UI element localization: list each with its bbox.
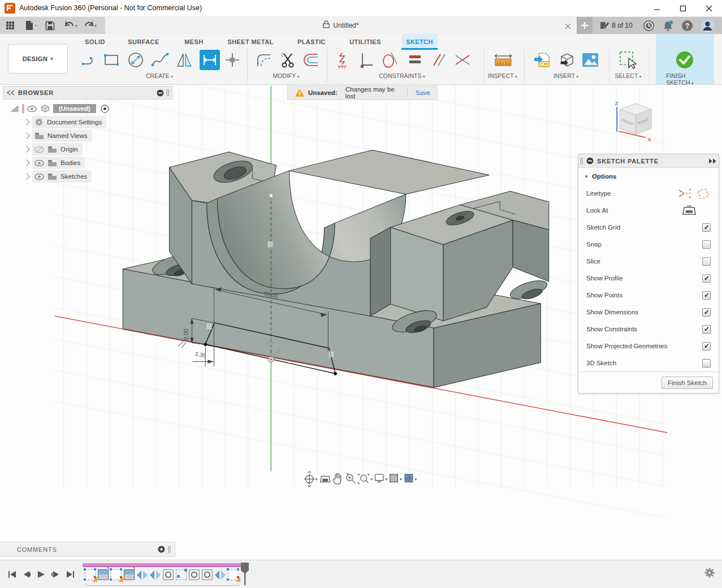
timeline-feature-11[interactable] [215,569,226,580]
pan-tool-icon[interactable] [333,473,340,484]
timeline-feature-9[interactable] [189,569,200,580]
sketch-point[interactable] [334,372,337,375]
browser-item-label[interactable]: Named Views [47,132,88,139]
select-tool-icon[interactable] [618,50,638,70]
history-clock-icon[interactable] [643,20,655,32]
3d-sketch-checkbox[interactable] [702,359,711,368]
timeline-play-button[interactable] [34,567,49,582]
timeline-playhead[interactable] [240,563,250,588]
minimize-panel-icon[interactable] [586,157,594,165]
group-select[interactable]: SELECT [615,72,641,79]
show-constraints-checkbox[interactable] [702,325,711,334]
timeline-feature-3[interactable] [111,569,122,580]
group-finish-sketch[interactable]: FINISH SKETCH [666,72,703,86]
root-document-label[interactable]: (Unsaved) [53,104,96,113]
panel-grip[interactable] [168,546,171,554]
show-projected-geometries-checkbox[interactable] [702,342,711,351]
timeline-feature-strip[interactable] [83,563,249,586]
timeline-feature-4[interactable] [124,569,135,580]
constraint-vertical-horizontal-icon[interactable] [356,50,376,70]
browser-item-origin[interactable]: Origin [3,142,172,156]
insert-svg-icon[interactable] [532,50,552,70]
document-tab[interactable]: Untitled* [105,17,577,34]
sketch-palette-header[interactable]: SKETCH PALETTE [578,154,719,168]
group-modify[interactable]: MODIFY [273,72,299,79]
notification-bell-icon[interactable] [662,20,674,32]
origin-point[interactable] [267,355,275,363]
eye-hidden-icon[interactable] [34,146,44,153]
browser-item-sketches[interactable]: Sketches [3,170,172,183]
create-dimension-tool[interactable] [200,50,220,70]
sketch-point-top[interactable] [269,194,273,198]
display-settings-icon[interactable] [375,474,388,482]
constraint-perpendicular-icon[interactable] [452,50,473,70]
view-cube[interactable]: FRONT RIGHT Z X [615,101,652,142]
group-inspect[interactable]: INSPECT [488,72,517,79]
browser-item-label[interactable]: Origin [60,146,78,153]
modify-trim-icon[interactable] [278,50,298,70]
create-spline-icon[interactable] [150,50,170,70]
timeline-feature-5[interactable] [137,569,148,580]
timeline-step-back-button[interactable] [19,567,34,582]
file-menu-icon[interactable] [25,20,37,31]
group-constraints[interactable]: CONSTRAINTS [379,72,425,79]
create-line-icon[interactable] [79,50,100,70]
save-icon[interactable] [45,21,55,31]
inspect-measure-icon[interactable] [493,50,513,70]
add-comment-icon[interactable] [158,546,165,553]
timeline-feature-2[interactable] [98,569,109,580]
options-section-header[interactable]: Options [578,168,719,185]
zoom-tool-icon[interactable] [347,473,356,483]
browser-item-named-views[interactable]: Named Views [3,129,172,142]
browser-item-label[interactable]: Document Settings [47,119,102,126]
look-at-icon[interactable] [682,205,696,215]
visibility-eye-icon[interactable] [27,106,37,112]
new-tab-button[interactable] [577,17,593,34]
modify-offset-icon[interactable] [301,50,321,70]
pillow-block-model[interactable] [123,150,549,387]
tab-utilities[interactable]: UTILITIES [345,34,386,50]
sketch-grid-checkbox[interactable] [702,223,711,232]
minimize-button[interactable] [644,0,670,17]
app-launcher-icon[interactable] [6,21,15,30]
timeline-feature-1[interactable] [85,569,96,580]
centerline-linetype-icon[interactable] [696,188,711,199]
timeline-feature-6[interactable] [150,569,161,580]
help-icon[interactable]: ? [681,20,693,32]
browser-item-document-settings[interactable]: Document Settings [3,115,172,129]
group-create[interactable]: CREATE [146,72,173,79]
browser-item-label[interactable]: Sketches [60,173,87,180]
finish-sketch-button[interactable] [675,50,695,70]
close-button[interactable] [696,0,722,17]
create-point-icon[interactable] [222,50,243,70]
show-points-checkbox[interactable] [702,291,711,300]
construction-linetype-icon[interactable] [678,188,693,199]
timeline-settings-gear-icon[interactable] [704,567,715,581]
expand-root-icon[interactable] [11,105,19,112]
snap-checkbox[interactable] [702,240,711,249]
look-at-tool-icon[interactable] [321,476,330,482]
tab-sheet-metal[interactable]: SHEET METAL [223,34,278,50]
browser-item-label[interactable]: Bodies [60,159,80,166]
tab-sketch[interactable]: SKETCH [401,34,438,50]
viewport-canvas[interactable]: 50.00 8.00 3.30 [0,85,722,560]
fit-tool-icon[interactable] [358,474,373,483]
activate-radio-icon[interactable] [101,105,109,113]
eye-visible-icon[interactable] [34,160,44,166]
minimize-panel-icon[interactable] [157,89,164,97]
timeline-feature-7[interactable] [163,569,174,580]
browser-root-row[interactable]: (Unsaved) [3,102,172,115]
create-rectangle-icon[interactable] [101,50,122,70]
panel-grip[interactable] [166,89,170,97]
tab-plastic[interactable]: PLASTIC [293,34,330,50]
insert-mesh-icon[interactable] [556,50,576,70]
show-profile-checkbox[interactable] [702,274,711,283]
constraint-parallel-icon[interactable] [429,50,449,70]
create-circle-icon[interactable] [126,50,146,70]
timeline-feature-12[interactable] [228,569,239,580]
user-avatar[interactable] [701,19,715,33]
design-workspace-menu[interactable]: DESIGN [8,44,68,74]
expand-panel-icon[interactable] [708,158,716,164]
orbit-tool-icon[interactable] [304,472,318,487]
insert-canvas-icon[interactable] [580,50,600,70]
